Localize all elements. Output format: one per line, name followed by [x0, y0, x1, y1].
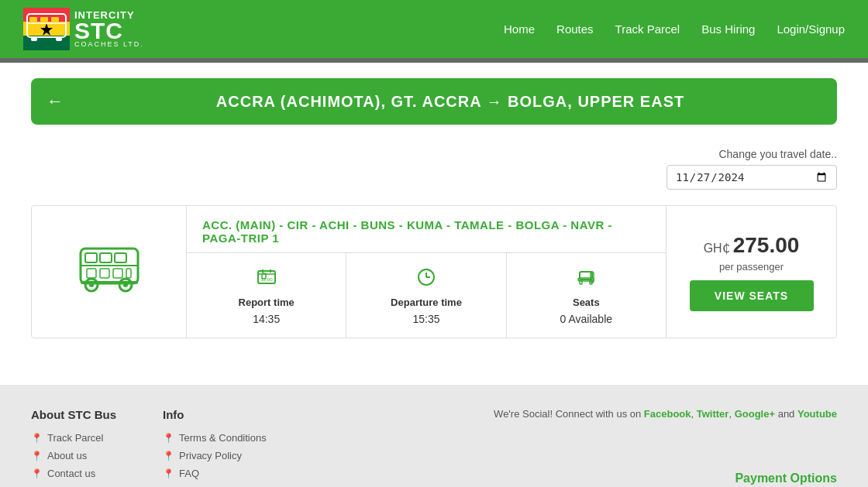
- footer-col2-links: 📍 Terms & Conditions 📍 Privacy Policy 📍 …: [163, 432, 267, 479]
- clock-icon: 12:00: [256, 266, 277, 292]
- footer: About STC Bus 📍 Track Parcel 📍 About us …: [0, 385, 868, 487]
- footer-col2-heading: Info: [163, 408, 267, 421]
- footer-link-terms: 📍 Terms & Conditions: [163, 432, 267, 444]
- nav-home[interactable]: Home: [504, 22, 535, 36]
- departure-clock-icon: [415, 266, 437, 292]
- currency-symbol: GH₵: [704, 241, 730, 256]
- trip-details: ACC. (MAIN) - CIR - ACHI - BUNS - KUMA -…: [187, 206, 666, 338]
- svg-rect-19: [126, 269, 131, 278]
- footer-link-privacy: 📍 Privacy Policy: [163, 450, 267, 461]
- footer-col-info: Info 📍 Terms & Conditions 📍 Privacy Poli…: [163, 408, 267, 485]
- footer-link-faq: 📍 FAQ: [163, 468, 267, 479]
- payment-heading: Payment Options: [735, 472, 837, 485]
- seats-label: Seats: [573, 297, 600, 308]
- header: INTERCITY STC COACHES LTD. Home Routes T…: [0, 0, 868, 58]
- trip-card: ACC. (MAIN) - CIR - ACHI - BUNS - KUMA -…: [31, 205, 837, 338]
- pin-icon: 📍: [31, 433, 43, 444]
- svg-rect-10: [51, 17, 59, 22]
- payment-options: Payment Options: [735, 472, 837, 485]
- view-seats-button[interactable]: VIEW SEATS: [690, 280, 814, 311]
- footer-link-track-parcel: 📍 Track Parcel: [31, 432, 116, 444]
- logo-icon: [23, 8, 70, 50]
- date-label: Change you travel date..: [718, 148, 837, 160]
- departure-time-value: 15:35: [412, 313, 439, 325]
- footer-right: We're Social! Connect with us on Faceboo…: [313, 408, 837, 485]
- svg-rect-14: [115, 253, 126, 262]
- svg-rect-8: [29, 17, 37, 22]
- logo-coaches: COACHES LTD.: [74, 41, 144, 48]
- nav-login-signup[interactable]: Login/Signup: [777, 22, 845, 36]
- date-area: Change you travel date..: [31, 148, 837, 190]
- pin-icon-5: 📍: [163, 451, 174, 461]
- svg-rect-17: [100, 269, 109, 278]
- departure-time-label: Departure time: [391, 297, 462, 308]
- footer-link-about: 📍 About us: [31, 450, 116, 461]
- pin-icon-3: 📍: [31, 468, 43, 479]
- svg-rect-16: [87, 269, 96, 278]
- nav-track-parcel[interactable]: Track Parcel: [615, 22, 680, 36]
- social-twitter[interactable]: Twitter: [697, 408, 729, 420]
- social-google[interactable]: Google+: [735, 408, 775, 420]
- footer-col1-heading: About STC Bus: [31, 408, 116, 421]
- svg-rect-6: [31, 37, 37, 41]
- social-and: and: [778, 408, 797, 420]
- nav-routes[interactable]: Routes: [556, 22, 594, 36]
- report-time-value: 14:35: [253, 313, 280, 325]
- svg-rect-7: [56, 37, 62, 41]
- date-input[interactable]: [666, 165, 837, 190]
- seats-value: 0 Available: [560, 313, 612, 325]
- per-passenger-label: per passenger: [719, 261, 784, 273]
- svg-rect-18: [113, 269, 122, 278]
- seats-cell: Seats 0 Available: [507, 253, 666, 338]
- trip-times: 12:00 Report time 14:35: [187, 253, 666, 338]
- trip-bus-icon-area: [32, 206, 187, 338]
- svg-rect-13: [100, 253, 112, 262]
- main-nav: Home Routes Track Parcel Bus Hiring Logi…: [504, 22, 845, 36]
- footer-col-about: About STC Bus 📍 Track Parcel 📍 About us …: [31, 408, 116, 485]
- route-banner: ← ACCRA (ACHIMOTA), GT. ACCRA → BOLGA, U…: [31, 78, 837, 125]
- social-prefix: We're Social! Connect with us on: [494, 408, 641, 420]
- svg-rect-12: [85, 253, 97, 262]
- footer-social: We're Social! Connect with us on Faceboo…: [494, 408, 837, 459]
- footer-faq-link[interactable]: FAQ: [179, 468, 199, 479]
- footer-col1-links: 📍 Track Parcel 📍 About us 📍 Contact us: [31, 432, 116, 479]
- logo-stc: STC: [74, 20, 144, 41]
- logo-text: INTERCITY STC COACHES LTD.: [74, 10, 144, 48]
- footer-about-link[interactable]: About us: [47, 450, 87, 461]
- svg-text:12:00: 12:00: [260, 277, 273, 282]
- nav-bus-hiring[interactable]: Bus Hiring: [701, 22, 755, 36]
- social-facebook[interactable]: Facebook: [644, 408, 691, 420]
- pin-icon-6: 📍: [163, 468, 174, 479]
- report-time-cell: 12:00 Report time 14:35: [187, 253, 346, 338]
- footer-terms-link[interactable]: Terms & Conditions: [179, 432, 267, 444]
- svg-rect-24: [81, 281, 138, 284]
- price-amount: 275.00: [733, 233, 800, 258]
- footer-contact-link[interactable]: Contact us: [47, 468, 95, 479]
- footer-track-parcel-link[interactable]: Track Parcel: [47, 432, 103, 444]
- route-title: ACCRA (ACHIMOTA), GT. ACCRA → BOLGA, UPP…: [79, 93, 822, 111]
- bus-icon: [74, 241, 144, 303]
- report-time-label: Report time: [239, 297, 294, 308]
- social-youtube[interactable]: Youtube: [797, 408, 837, 420]
- pin-icon-4: 📍: [163, 433, 174, 444]
- footer-link-contact: 📍 Contact us: [31, 468, 116, 479]
- logo: INTERCITY STC COACHES LTD.: [23, 8, 144, 50]
- footer-privacy-link[interactable]: Privacy Policy: [179, 450, 242, 461]
- pin-icon-2: 📍: [31, 451, 43, 461]
- main-content: ← ACCRA (ACHIMOTA), GT. ACCRA → BOLGA, U…: [0, 63, 868, 385]
- back-arrow-button[interactable]: ←: [46, 91, 64, 111]
- trip-route-name: ACC. (MAIN) - CIR - ACHI - BUNS - KUMA -…: [187, 206, 666, 253]
- svg-rect-9: [40, 17, 48, 22]
- footer-top: About STC Bus 📍 Track Parcel 📍 About us …: [31, 408, 837, 485]
- seat-icon: [575, 266, 597, 292]
- departure-time-cell: Departure time 15:35: [346, 253, 506, 338]
- trip-price-area: GH₵ 275.00 per passenger VIEW SEATS: [666, 206, 836, 338]
